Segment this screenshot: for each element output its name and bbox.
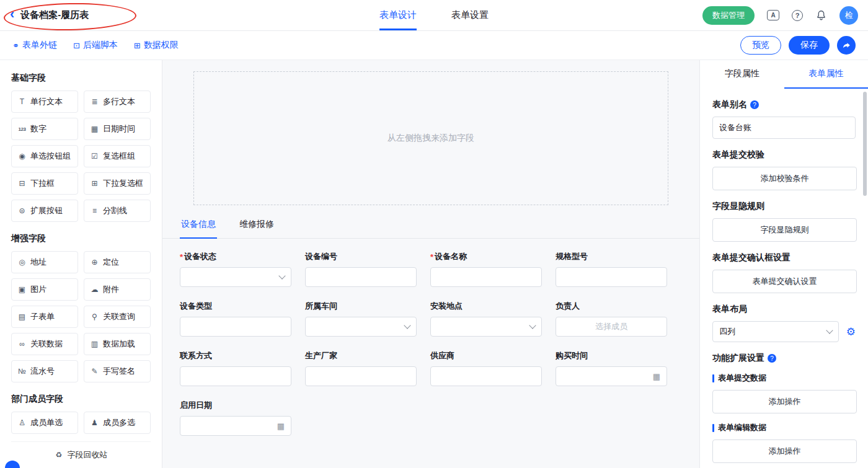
chevron-down-icon [826, 327, 833, 333]
form-external-link-button[interactable]: ⚭ 表单外链 [12, 40, 57, 51]
sidebar-item-linked-data[interactable]: ∞关联数据 [11, 333, 78, 355]
tab-form-properties[interactable]: 表单属性 [784, 60, 868, 89]
label-text: 供应商 [430, 350, 454, 361]
workshop-select[interactable] [305, 317, 417, 337]
permission-icon: ⊞ [134, 41, 141, 50]
data-permission-button[interactable]: ⊞ 数据权限 [134, 40, 179, 51]
sidebar-item-member-single[interactable]: ♙成员单选 [11, 412, 78, 434]
edit-data-add-action-button[interactable]: 添加操作 [712, 439, 857, 463]
sidebar-item-serial-number[interactable]: №流水号 [11, 360, 78, 382]
main-area: 基础字段 T单行文本 ≣多行文本 123数字 ▦日期时间 ◉单选按钮组 ☑复选框… [0, 60, 868, 468]
tab-form-settings[interactable]: 表单设置 [451, 0, 489, 30]
calendar-icon: ▦ [90, 125, 99, 133]
preview-button[interactable]: 预览 [740, 36, 781, 55]
form-alias-input[interactable] [712, 117, 856, 139]
item-label: 单行文本 [30, 96, 63, 107]
sidebar-item-subform[interactable]: ▤子表单 [11, 306, 78, 328]
question-icon[interactable]: ? [750, 100, 759, 109]
owner-member-picker[interactable]: 选择成员 [556, 317, 667, 337]
divider-icon: ≡ [90, 206, 99, 215]
tab-repair-report[interactable]: 维修报修 [238, 213, 275, 239]
question-icon[interactable]: ? [768, 354, 776, 363]
submit-data-add-action-button[interactable]: 添加操作 [712, 390, 857, 413]
help-icon[interactable]: ? [792, 10, 803, 21]
tab-field-properties[interactable]: 字段属性 [700, 60, 784, 89]
serial-number-icon: № [17, 367, 27, 376]
avatar[interactable]: 检 [839, 6, 858, 25]
spec-model-input[interactable] [556, 267, 667, 287]
language-icon[interactable]: A [767, 10, 779, 20]
share-button[interactable] [837, 36, 856, 55]
tab-device-info[interactable]: 设备信息 [180, 213, 217, 239]
device-type-input[interactable] [180, 317, 291, 337]
sidebar-item-dropdown[interactable]: ⊟下拉框 [11, 172, 78, 195]
contact-input[interactable] [180, 366, 291, 386]
header-right: 数据管理 A ? 检 [702, 6, 858, 25]
form-canvas: 从左侧拖拽来添加字段 设备信息 维修报修 *设备状态 设备编号 *设备名称 [162, 60, 699, 468]
page-title: 设备档案-履历表 [20, 9, 89, 21]
device-status-select[interactable] [180, 267, 291, 287]
back-icon[interactable]: ‹ [10, 7, 14, 21]
form-layout-label: 表单布局 [712, 304, 856, 315]
enable-date-input[interactable]: ▦ [180, 416, 291, 436]
signature-icon: ✎ [90, 367, 99, 376]
item-label: 子表单 [30, 311, 55, 322]
linked-data-icon: ∞ [17, 340, 27, 348]
form-layout-select[interactable]: 四列 [712, 321, 839, 342]
attachment-icon: ☁ [90, 285, 99, 294]
sidebar-item-single-line-text[interactable]: T单行文本 [11, 91, 78, 113]
backend-script-button[interactable]: ⊡ 后端脚本 [73, 40, 118, 51]
vertical-scrollbar[interactable] [863, 92, 867, 196]
chevron-down-icon [404, 322, 410, 329]
device-name-input[interactable] [430, 267, 542, 287]
label-text: 所属车间 [305, 301, 337, 312]
sidebar-item-checkbox-group[interactable]: ☑复选框组 [84, 145, 151, 167]
sidebar-item-divider[interactable]: ≡分割线 [84, 200, 151, 222]
sidebar-item-radio-group[interactable]: ◉单选按钮组 [11, 145, 78, 167]
supplier-input[interactable] [430, 366, 542, 386]
field-dropzone[interactable]: 从左侧拖拽来添加字段 [193, 71, 668, 205]
field-label: 供应商 [430, 350, 542, 361]
form-field: *设备状态 [180, 251, 291, 287]
edit-data-subhead: 表单编辑数据 [712, 422, 856, 433]
submit-confirm-button[interactable]: 表单提交确认设置 [712, 270, 857, 293]
label-text: 联系方式 [180, 350, 212, 361]
form-fields-grid: *设备状态 设备编号 *设备名称 规格型号 设备类型 [162, 239, 699, 436]
field-recycle-bin[interactable]: ♻ 字段回收站 [11, 441, 151, 468]
sidebar-item-data-load[interactable]: ▥数据加载 [84, 333, 151, 355]
item-label: 扩展按钮 [30, 205, 63, 216]
subform-icon: ▤ [17, 312, 27, 321]
purchase-date-input[interactable]: ▦ [556, 366, 667, 386]
sidebar-item-attachment[interactable]: ☁附件 [84, 278, 151, 301]
form-field: 安装地点 [430, 301, 542, 337]
sidebar-item-image[interactable]: ▣图片 [11, 278, 78, 301]
sidebar-item-dropdown-multi[interactable]: ⊞下拉复选框 [84, 172, 151, 195]
sidebar-item-multi-line-text[interactable]: ≣多行文本 [84, 91, 151, 113]
visibility-rules-button[interactable]: 字段显隐规则 [712, 218, 857, 242]
linked-query-icon: ⚲ [90, 312, 99, 321]
gear-icon[interactable]: ⚙ [846, 327, 856, 337]
sidebar-item-extend-button[interactable]: ⊜扩展按钮 [11, 200, 78, 222]
sidebar-item-address[interactable]: ◎地址 [11, 251, 78, 273]
sidebar-item-datetime[interactable]: ▦日期时间 [84, 118, 151, 140]
tab-form-design[interactable]: 表单设计 [379, 0, 417, 30]
sidebar-item-number[interactable]: 123数字 [11, 118, 78, 140]
sidebar-item-linked-query[interactable]: ⚲关联查询 [84, 306, 151, 328]
device-no-input[interactable] [305, 267, 417, 287]
bell-icon[interactable] [815, 9, 827, 21]
sidebar-item-location[interactable]: ⊕定位 [84, 251, 151, 273]
data-manage-button[interactable]: 数据管理 [702, 6, 755, 25]
data-permission-label: 数据权限 [144, 40, 179, 51]
location-icon: ⊕ [90, 258, 99, 267]
save-button[interactable]: 保存 [789, 36, 830, 55]
install-site-select[interactable] [430, 317, 542, 337]
number-icon: 123 [17, 126, 27, 132]
form-field: *设备名称 [430, 251, 542, 287]
item-label: 关联数据 [30, 338, 63, 350]
image-icon: ▣ [17, 285, 27, 294]
sidebar-item-signature[interactable]: ✎手写签名 [84, 360, 151, 382]
form-field: 联系方式 [180, 350, 291, 386]
manufacturer-input[interactable] [305, 366, 417, 386]
add-validation-button[interactable]: 添加校验条件 [712, 167, 857, 190]
sidebar-item-member-multi[interactable]: ♟成员多选 [84, 412, 151, 434]
